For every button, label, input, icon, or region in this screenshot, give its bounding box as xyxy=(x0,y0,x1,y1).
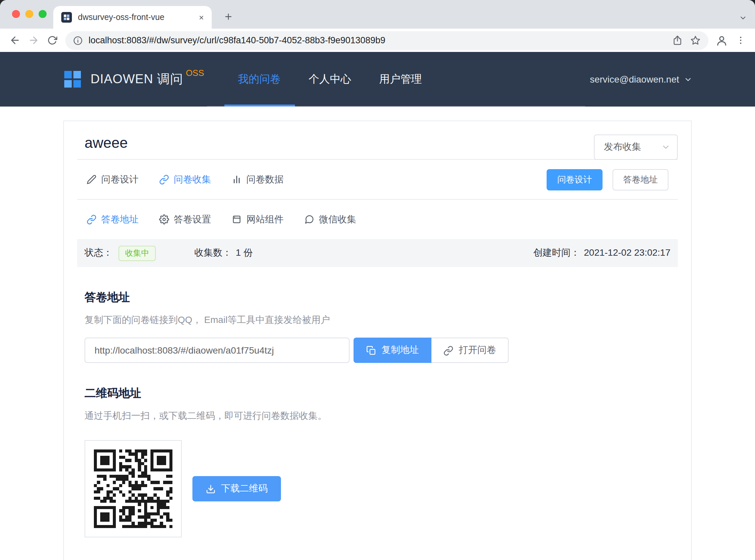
qr-code-image xyxy=(85,440,182,537)
bar-chart-icon xyxy=(232,175,242,184)
brand[interactable]: DIAOWEN 调问 OSS xyxy=(63,52,204,106)
status-badge: 收集中 xyxy=(119,245,156,261)
new-tab-button[interactable] xyxy=(220,9,236,25)
created-time: 创建时间： 2021-12-02 23:02:17 xyxy=(533,247,670,259)
link-icon xyxy=(159,175,169,184)
account-email: service@diaowen.net xyxy=(590,74,679,84)
status-label: 状态： xyxy=(85,247,113,259)
survey-design-button[interactable]: 问卷设计 xyxy=(547,169,603,190)
site-info-icon[interactable] xyxy=(73,36,83,45)
wechat-icon xyxy=(304,215,314,224)
favicon-grid-icon xyxy=(61,12,72,23)
download-qr-button[interactable]: 下载二维码 xyxy=(192,476,281,501)
browser-tab[interactable]: dwsurvey-oss-front-vue xyxy=(53,6,212,28)
forward-icon[interactable] xyxy=(24,31,43,49)
widget-icon xyxy=(232,215,242,224)
close-window-button[interactable] xyxy=(12,10,20,18)
chevron-down-icon xyxy=(661,142,670,152)
share-icon[interactable] xyxy=(672,35,682,45)
qr-section: 二维码地址 通过手机扫一扫，或下载二维码，即可进行问卷数据收集。 下载二维码 xyxy=(77,385,678,537)
collect-subtabs: 答卷地址 答卷设置 网站组件 微信收集 xyxy=(77,200,678,239)
chevron-down-icon xyxy=(684,75,692,84)
page: aweee 发布收集 问卷设计 问卷收集 问卷数据 xyxy=(0,106,755,560)
gear-icon xyxy=(159,215,169,224)
qr-row: 下载二维码 xyxy=(85,440,670,537)
answer-url-desc: 复制下面的问卷链接到QQ， Email等工具中直接发给被用户 xyxy=(85,314,670,326)
nav-item-personal-center[interactable]: 个人中心 xyxy=(294,52,365,106)
survey-tabs: 问卷设计 问卷收集 问卷数据 问卷设计 答卷地址 xyxy=(77,160,678,199)
subtab-wechat-collect[interactable]: 微信收集 xyxy=(304,214,356,225)
minimize-window-button[interactable] xyxy=(25,10,33,18)
answer-url-row: 复制地址 打开问卷 xyxy=(85,338,670,363)
download-icon xyxy=(206,484,216,494)
brand-name: DIAOWEN 调问 xyxy=(90,71,183,88)
link-icon xyxy=(86,215,97,224)
answer-url-section: 答卷地址 复制下面的问卷链接到QQ， Email等工具中直接发给被用户 复制地址… xyxy=(77,289,678,363)
tab-survey-design[interactable]: 问卷设计 xyxy=(86,174,139,185)
subtab-site-widget[interactable]: 网站组件 xyxy=(232,214,284,225)
back-icon[interactable] xyxy=(5,31,24,49)
bookmark-star-icon[interactable] xyxy=(690,35,700,45)
tab-close-icon[interactable] xyxy=(196,12,206,23)
url-text[interactable]: localhost:8083/#/dw/survey/c/url/c98fa14… xyxy=(88,35,665,45)
publish-select[interactable]: 发布收集 xyxy=(594,135,678,160)
qr-title: 二维码地址 xyxy=(85,385,670,401)
subtab-answer-url[interactable]: 答卷地址 xyxy=(86,214,139,225)
tab-survey-collect[interactable]: 问卷收集 xyxy=(159,174,211,185)
tab-survey-data[interactable]: 问卷数据 xyxy=(232,174,284,185)
browser-window: dwsurvey-oss-front-vue localhost:8083/#/… xyxy=(0,0,755,560)
created-time-label: 创建时间： xyxy=(533,247,580,259)
window-controls xyxy=(12,10,47,18)
maximize-window-button[interactable] xyxy=(39,10,47,18)
collect-count-value: 1 份 xyxy=(236,247,253,259)
browser-menu-icon[interactable] xyxy=(731,31,750,49)
answer-url-button[interactable]: 答卷地址 xyxy=(613,169,669,190)
account-menu[interactable]: service@diaowen.net xyxy=(590,52,692,106)
copy-icon xyxy=(366,345,376,355)
address-bar[interactable]: localhost:8083/#/dw/survey/c/url/c98fa14… xyxy=(65,31,708,49)
profile-avatar-icon[interactable] xyxy=(712,31,731,49)
reload-icon[interactable] xyxy=(43,31,61,49)
open-survey-button[interactable]: 打开问卷 xyxy=(431,338,509,363)
header-actions: 问卷设计 答卷地址 xyxy=(547,169,669,190)
nav-underline xyxy=(207,106,585,106)
diaowen-logo-icon xyxy=(63,69,83,89)
browser-toolbar: localhost:8083/#/dw/survey/c/url/c98fa14… xyxy=(0,28,755,52)
url-button-group: 复制地址 打开问卷 xyxy=(353,338,509,363)
nav-item-user-management[interactable]: 用户管理 xyxy=(365,52,436,106)
copy-url-button[interactable]: 复制地址 xyxy=(353,338,431,363)
created-time-value: 2021-12-02 23:02:17 xyxy=(584,247,670,259)
card-header: aweee 发布收集 xyxy=(77,121,678,159)
qr-desc: 通过手机扫一扫，或下载二维码，即可进行问卷数据收集。 xyxy=(85,410,670,422)
app-header: DIAOWEN 调问 OSS 我的问卷 个人中心 用户管理 service@di… xyxy=(0,52,755,106)
survey-card: aweee 发布收集 问卷设计 问卷收集 问卷数据 xyxy=(63,121,692,560)
brand-badge-oss: OSS xyxy=(186,67,204,78)
survey-url-input[interactable] xyxy=(85,338,349,363)
tab-title: dwsurvey-oss-front-vue xyxy=(78,13,192,22)
browser-tab-strip: dwsurvey-oss-front-vue xyxy=(0,0,755,28)
main-nav: 我的问卷 个人中心 用户管理 xyxy=(224,52,436,106)
collect-count-label: 收集数： xyxy=(195,247,232,259)
survey-title: aweee xyxy=(85,135,128,152)
status-bar: 状态： 收集中 收集数： 1 份 创建时间： 2021-12-02 23:02:… xyxy=(77,239,678,267)
link-icon xyxy=(444,345,453,355)
answer-url-title: 答卷地址 xyxy=(85,289,670,305)
edit-icon xyxy=(86,175,97,184)
tab-search-chevron-icon[interactable] xyxy=(739,14,747,22)
subtab-answer-settings[interactable]: 答卷设置 xyxy=(159,214,211,225)
nav-item-my-surveys[interactable]: 我的问卷 xyxy=(224,52,294,106)
